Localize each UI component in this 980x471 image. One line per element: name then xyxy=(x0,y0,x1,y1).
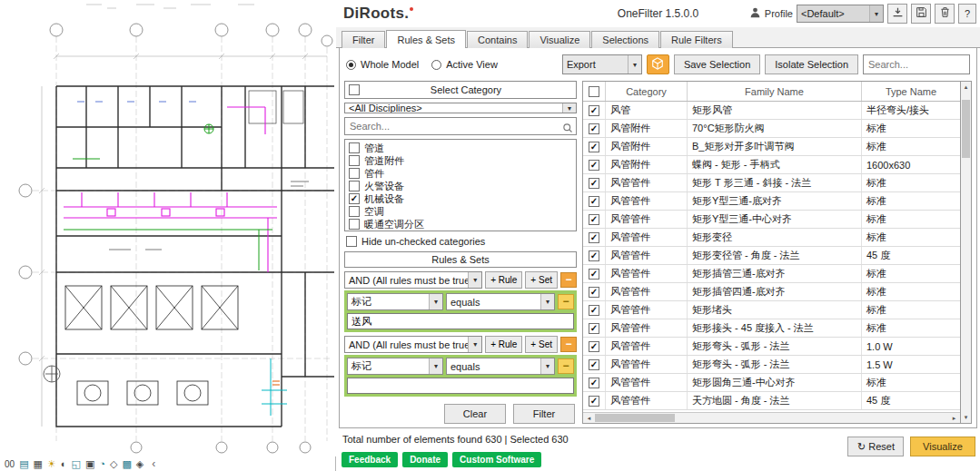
scroll-right-icon[interactable]: ▸ xyxy=(948,415,960,422)
analytical-model-icon[interactable]: ◈ xyxy=(136,459,144,469)
row-checkbox[interactable] xyxy=(589,178,599,189)
help-button[interactable]: ? xyxy=(958,4,976,24)
add-set-button[interactable]: + Set xyxy=(525,336,558,353)
horizontal-scrollbar[interactable]: ◂ ▸ xyxy=(583,412,960,423)
detail-level-icon[interactable]: ▤ xyxy=(19,459,28,469)
category-checkbox[interactable] xyxy=(349,181,360,191)
scroll-up-icon[interactable]: ▴ xyxy=(961,82,971,93)
donate-button[interactable]: Donate xyxy=(402,452,448,467)
temporary-view-properties-icon[interactable]: ▩ xyxy=(122,459,131,469)
table-row[interactable]: 风管管件 矩形弯头 - 弧形 - 法兰 1.5 W xyxy=(583,356,960,374)
row-checkbox[interactable] xyxy=(589,105,599,116)
vertical-scroll-track[interactable] xyxy=(961,93,971,412)
export-dropdown[interactable]: Export ▾ xyxy=(562,54,642,74)
category-list-item[interactable]: 火警设备 xyxy=(345,180,576,192)
save-selection-button[interactable]: Save Selection xyxy=(674,54,760,74)
hide-unchecked-checkbox[interactable] xyxy=(346,236,357,247)
category-checkbox[interactable] xyxy=(349,219,360,230)
rule-logic-select[interactable]: AND (All rules must be true) ▾ xyxy=(344,336,482,353)
category-list-item[interactable]: 管道附件 xyxy=(345,154,576,167)
row-checkbox[interactable] xyxy=(589,160,599,171)
row-checkbox[interactable] xyxy=(589,359,599,370)
table-row[interactable]: 风管管件 矩形弯头 - 弧形 - 法兰 1.0 W xyxy=(583,338,960,356)
vertical-scroll-thumb[interactable] xyxy=(962,100,970,158)
row-checkbox[interactable] xyxy=(589,378,599,388)
remove-set-button[interactable]: − xyxy=(560,272,577,288)
table-row[interactable]: 风管附件 70°C矩形防火阀 标准 xyxy=(583,120,960,138)
row-checkbox[interactable] xyxy=(589,142,599,152)
whole-model-radio[interactable]: Whole Model xyxy=(346,59,419,70)
rule-parameter-select[interactable]: 标记 ▾ xyxy=(347,358,443,375)
table-row[interactable]: 风管管件 矩形变径 标准 xyxy=(583,229,960,247)
rule-parameter-select[interactable]: 标记 ▾ xyxy=(347,293,443,310)
select-all-rows-checkbox[interactable] xyxy=(589,86,599,97)
delete-profile-button[interactable] xyxy=(935,4,955,24)
table-row[interactable]: 风管 矩形风管 半径弯头/接头 xyxy=(583,102,960,120)
remove-rule-button[interactable]: − xyxy=(558,358,574,374)
row-checkbox[interactable] xyxy=(589,323,599,334)
row-checkbox[interactable] xyxy=(589,232,599,243)
add-set-button[interactable]: + Set xyxy=(525,271,558,289)
row-checkbox[interactable] xyxy=(589,214,599,225)
row-checkbox[interactable] xyxy=(589,123,599,134)
category-checkbox[interactable] xyxy=(349,206,360,217)
row-checkbox[interactable] xyxy=(589,269,599,280)
profile-select[interactable]: <Default> ▾ xyxy=(797,5,884,23)
rule-operator-select[interactable]: equals ▾ xyxy=(446,358,555,375)
column-header-type-name[interactable]: Type Name xyxy=(861,82,960,101)
collapse-arrow-icon[interactable]: ‹ xyxy=(152,457,155,470)
row-checkbox[interactable] xyxy=(589,341,599,352)
visualize-button[interactable]: Visualize xyxy=(910,437,975,456)
table-row[interactable]: 风管附件 B_矩形对开多叶调节阀 标准 xyxy=(583,138,960,156)
category-checkbox[interactable] xyxy=(349,193,360,204)
row-checkbox[interactable] xyxy=(589,396,599,407)
category-search-input[interactable] xyxy=(344,117,577,135)
sun-path-icon[interactable]: ☀ xyxy=(47,459,56,469)
tab[interactable]: Selections xyxy=(591,31,659,48)
reveal-hidden-elements-icon[interactable]: ◇ xyxy=(110,459,117,469)
rule-value-input[interactable] xyxy=(347,378,574,394)
show-crop-region-icon[interactable]: ▣ xyxy=(85,459,94,469)
category-checkbox[interactable] xyxy=(349,155,360,166)
table-row[interactable]: 风管管件 矩形插管三通-底对齐 标准 xyxy=(583,265,960,283)
import-profile-button[interactable] xyxy=(887,4,907,24)
table-row[interactable]: 风管管件 矩形堵头 标准 xyxy=(583,301,960,319)
table-row[interactable]: 风管管件 矩形 T 形三通 - 斜接 - 法兰 标准 xyxy=(583,174,960,192)
tab[interactable]: Visualize xyxy=(529,31,590,48)
custom-software-button[interactable]: Custom Software xyxy=(452,452,541,467)
horizontal-scroll-thumb[interactable] xyxy=(595,414,675,422)
tab[interactable]: Filter xyxy=(342,31,385,48)
category-checkbox[interactable] xyxy=(349,142,360,153)
category-list-item[interactable]: 暖通空调分区 xyxy=(345,218,576,231)
column-header-family-name[interactable]: Family Name xyxy=(687,82,861,101)
isolate-selection-button[interactable]: Isolate Selection xyxy=(765,54,858,74)
table-row[interactable]: 风管管件 矩形接头 - 45 度接入 - 法兰 标准 xyxy=(583,319,960,338)
scroll-left-icon[interactable]: ◂ xyxy=(583,415,595,422)
tab[interactable]: Contains xyxy=(467,31,528,48)
row-checkbox[interactable] xyxy=(589,250,599,261)
remove-set-button[interactable]: − xyxy=(560,337,577,352)
select-all-categories-checkbox[interactable] xyxy=(349,84,360,95)
clear-button[interactable]: Clear xyxy=(444,404,506,424)
feedback-button[interactable]: Feedback xyxy=(342,452,398,467)
active-view-radio[interactable]: Active View xyxy=(431,59,498,70)
column-header-category[interactable]: Category xyxy=(605,82,687,101)
shadows-icon[interactable]: ◐ xyxy=(61,459,67,469)
row-checkbox[interactable] xyxy=(589,305,599,316)
table-row[interactable]: 风管管件 矩形Y型三通-底对齐 标准 xyxy=(583,192,960,211)
tab[interactable]: Rules & Sets xyxy=(386,30,466,48)
temporary-hide-isolate-icon[interactable]: ◔ xyxy=(99,459,105,469)
crop-view-icon[interactable]: ◱ xyxy=(71,459,80,469)
table-row[interactable]: 风管管件 矩形插管四通-底对齐 标准 xyxy=(583,283,960,301)
model-cube-button[interactable] xyxy=(647,54,669,74)
remove-rule-button[interactable]: − xyxy=(558,294,574,309)
rule-logic-select[interactable]: AND (All rules must be true) ▾ xyxy=(344,271,482,289)
table-row[interactable]: 风管附件 蝶阀 - 矩形 - 手柄式 1600x630 xyxy=(583,156,960,174)
selection-search-input[interactable] xyxy=(863,54,970,74)
category-checkbox[interactable] xyxy=(349,168,360,179)
table-row[interactable]: 风管管件 天方地圆 - 角度 - 法兰 45 度 xyxy=(583,392,960,410)
floor-plan-drawing[interactable] xyxy=(0,0,336,456)
horizontal-scroll-track[interactable] xyxy=(595,413,948,423)
filter-button[interactable]: Filter xyxy=(513,404,575,424)
table-row[interactable]: 风管管件 矩形Y型三通-中心对齐 标准 xyxy=(583,211,960,229)
